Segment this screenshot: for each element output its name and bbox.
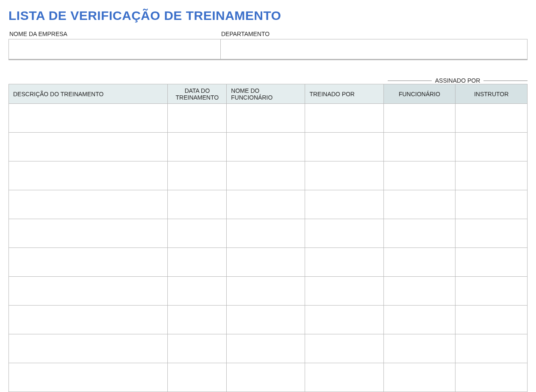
cell-date[interactable] [168, 161, 227, 190]
cell-date[interactable] [168, 306, 227, 334]
cell-date[interactable] [168, 133, 227, 161]
cell-employee-sig[interactable] [383, 248, 455, 277]
cell-employee-name[interactable] [227, 363, 305, 392]
cell-employee-name[interactable] [227, 190, 305, 219]
cell-description[interactable] [9, 219, 168, 248]
table-row [9, 104, 528, 133]
page-title: LISTA DE VERIFICAÇÃO DE TREINAMENTO [8, 8, 528, 23]
department-field: DEPARTAMENTO [220, 31, 528, 60]
cell-description[interactable] [9, 334, 168, 363]
cell-employee-name[interactable] [227, 161, 305, 190]
table-header-row: DESCRIÇÃO DO TREINAMENTO DATA DO TREINAM… [9, 84, 528, 104]
department-input[interactable] [220, 39, 528, 60]
cell-employee-name[interactable] [227, 219, 305, 248]
header-fields: NOME DA EMPRESA DEPARTAMENTO [8, 31, 528, 60]
cell-instructor-sig[interactable] [455, 219, 528, 248]
cell-instructor-sig[interactable] [455, 334, 528, 363]
column-header-instructor-sig: INSTRUTOR [455, 84, 528, 104]
table-row [9, 306, 528, 334]
cell-employee-sig[interactable] [383, 133, 455, 161]
table-row [9, 190, 528, 219]
table-row [9, 133, 528, 161]
cell-date[interactable] [168, 104, 227, 133]
cell-trained-by[interactable] [305, 161, 383, 190]
cell-instructor-sig[interactable] [455, 306, 528, 334]
cell-instructor-sig[interactable] [455, 161, 528, 190]
cell-date[interactable] [168, 248, 227, 277]
cell-instructor-sig[interactable] [455, 363, 528, 392]
cell-employee-name[interactable] [227, 248, 305, 277]
column-header-date: DATA DO TREINAMENTO [168, 84, 227, 104]
cell-description[interactable] [9, 277, 168, 306]
cell-description[interactable] [9, 363, 168, 392]
column-header-description: DESCRIÇÃO DO TREINAMENTO [9, 84, 168, 104]
cell-trained-by[interactable] [305, 334, 383, 363]
cell-trained-by[interactable] [305, 277, 383, 306]
cell-date[interactable] [168, 219, 227, 248]
cell-trained-by[interactable] [305, 104, 383, 133]
cell-employee-sig[interactable] [383, 306, 455, 334]
cell-date[interactable] [168, 334, 227, 363]
cell-employee-name[interactable] [227, 133, 305, 161]
cell-description[interactable] [9, 248, 168, 277]
divider-line-right [483, 81, 528, 81]
column-header-employee-sig: FUNCIONÁRIO [383, 84, 455, 104]
cell-description[interactable] [9, 133, 168, 161]
table-row [9, 334, 528, 363]
cell-employee-name[interactable] [227, 104, 305, 133]
cell-employee-name[interactable] [227, 306, 305, 334]
cell-trained-by[interactable] [305, 190, 383, 219]
cell-employee-sig[interactable] [383, 363, 455, 392]
cell-employee-sig[interactable] [383, 104, 455, 133]
signed-by-header: ASSINADO POR [388, 77, 528, 84]
signed-by-label: ASSINADO POR [432, 77, 484, 84]
signed-by-row: ASSINADO POR [8, 77, 528, 84]
cell-trained-by[interactable] [305, 248, 383, 277]
cell-employee-name[interactable] [227, 277, 305, 306]
cell-employee-name[interactable] [227, 334, 305, 363]
divider-line-left [388, 81, 432, 81]
table-row [9, 277, 528, 306]
cell-trained-by[interactable] [305, 306, 383, 334]
company-label: NOME DA EMPRESA [8, 31, 220, 37]
cell-description[interactable] [9, 190, 168, 219]
cell-date[interactable] [168, 190, 227, 219]
cell-instructor-sig[interactable] [455, 104, 528, 133]
cell-employee-sig[interactable] [383, 277, 455, 306]
table-row [9, 219, 528, 248]
training-table: DESCRIÇÃO DO TREINAMENTO DATA DO TREINAM… [8, 84, 528, 392]
cell-trained-by[interactable] [305, 219, 383, 248]
cell-employee-sig[interactable] [383, 219, 455, 248]
department-label: DEPARTAMENTO [220, 31, 528, 37]
cell-instructor-sig[interactable] [455, 190, 528, 219]
cell-trained-by[interactable] [305, 133, 383, 161]
cell-employee-sig[interactable] [383, 161, 455, 190]
table-row [9, 161, 528, 190]
column-header-employee-name: NOME DO FUNCIONÁRIO [227, 84, 305, 104]
company-input[interactable] [8, 39, 220, 60]
table-row [9, 248, 528, 277]
cell-date[interactable] [168, 277, 227, 306]
table-row [9, 363, 528, 392]
cell-description[interactable] [9, 104, 168, 133]
cell-description[interactable] [9, 306, 168, 334]
cell-trained-by[interactable] [305, 363, 383, 392]
cell-employee-sig[interactable] [383, 334, 455, 363]
cell-date[interactable] [168, 363, 227, 392]
company-field: NOME DA EMPRESA [8, 31, 220, 60]
cell-instructor-sig[interactable] [455, 248, 528, 277]
cell-employee-sig[interactable] [383, 190, 455, 219]
cell-description[interactable] [9, 161, 168, 190]
cell-instructor-sig[interactable] [455, 277, 528, 306]
column-header-trained-by: TREINADO POR [305, 84, 383, 104]
cell-instructor-sig[interactable] [455, 133, 528, 161]
